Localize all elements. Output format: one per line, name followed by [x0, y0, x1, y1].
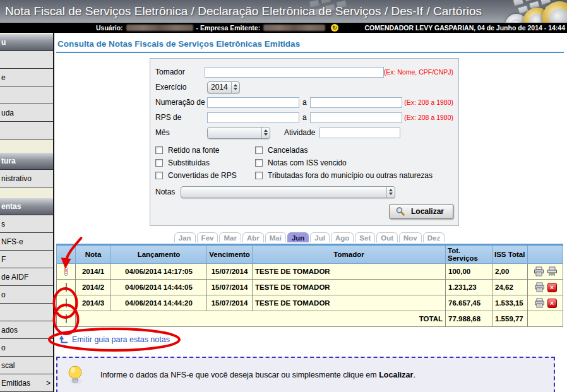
cancel-icon[interactable]: ×	[547, 283, 557, 292]
sidebar-item[interactable]	[0, 304, 53, 321]
user-name-redacted	[126, 25, 193, 31]
table-row: 2014/2 04/06/2014 14:44:05 15/07/2014 TE…	[57, 280, 563, 295]
tomador-input[interactable]	[205, 67, 383, 78]
tab-set[interactable]: Set	[355, 232, 375, 242]
sidebar-item[interactable]: o	[0, 286, 53, 304]
main-content: Consulta de Notas Fiscais de Serviços El…	[54, 33, 567, 392]
retido-label: Retido na fonte	[168, 146, 219, 155]
nota-cell: 2014/1	[76, 264, 111, 280]
sidebar-item[interactable]	[0, 51, 53, 69]
canceladas-label: Canceladas	[268, 146, 307, 155]
tab-nov[interactable]: Nov	[399, 232, 422, 242]
total-iss: 1.559,77	[492, 311, 528, 327]
sidebar-item[interactable]: ados	[0, 321, 53, 339]
localizar-button[interactable]: Localizar	[389, 204, 453, 219]
tot-servicos-cell: 76.657,45	[446, 295, 492, 311]
rps-to-input[interactable]	[310, 112, 402, 123]
sidebar-section-ferramentas: entas	[0, 198, 53, 215]
sidebar-item-fiscal[interactable]: scal	[0, 357, 53, 374]
sidebar-item[interactable]	[0, 86, 53, 104]
rps-from-input[interactable]	[207, 112, 299, 123]
tab-dez[interactable]: Dez	[423, 232, 445, 242]
stepper-icon	[261, 128, 270, 138]
retido-checkbox[interactable]	[155, 146, 163, 154]
canceladas-checkbox[interactable]	[255, 146, 263, 154]
lancamento-cell: 04/06/2014 14:44:05	[111, 280, 207, 295]
nota-cell: 2014/3	[76, 295, 111, 311]
stepper-icon	[231, 82, 239, 93]
lancamento-cell: 04/06/2014 14:44:20	[111, 295, 207, 311]
notes-table: Nota Lançamento Vencimento Tomador Tot. …	[56, 244, 563, 327]
sidebar-item-administrativo[interactable]: nistrativo	[0, 170, 53, 187]
range-separator: a	[302, 98, 307, 107]
print-icon[interactable]	[534, 282, 545, 292]
row-checkbox[interactable]	[66, 283, 67, 292]
total-label: TOTAL	[76, 311, 446, 327]
sidebar-item-emitidas[interactable]: Emitidas >	[0, 374, 53, 392]
vencimento-cell: 15/07/2014	[207, 264, 253, 280]
tab-mar[interactable]: Mar	[219, 232, 241, 242]
sidebar-item[interactable]: e	[0, 69, 53, 86]
sidebar-section-prefeitura: tura	[0, 153, 53, 170]
convertidas-label: Convertidas de RPS	[168, 171, 237, 180]
select-column-header	[57, 245, 76, 264]
sidebar-item[interactable]: s	[0, 215, 53, 233]
select-all-checkbox[interactable]	[66, 314, 67, 323]
nota-header: Nota	[76, 245, 111, 264]
atividade-label: Atividade	[284, 128, 319, 137]
tab-jun-active[interactable]: Jun	[287, 232, 309, 242]
sidebar-item-aidf[interactable]: de AIDF	[0, 268, 53, 286]
tomador-cell: TESTE DE TOMADOR	[253, 264, 446, 280]
row-checkbox[interactable]	[66, 299, 67, 307]
submenu-arrow-icon: >	[46, 379, 51, 388]
sidebar-item[interactable]: o	[0, 339, 53, 357]
numeracao-from-input[interactable]	[207, 97, 299, 108]
company-name-redacted	[263, 25, 325, 31]
cancel-icon[interactable]: ×	[547, 299, 557, 308]
tributadas-fora-checkbox[interactable]	[255, 172, 263, 179]
numeracao-to-input[interactable]	[310, 97, 402, 108]
tab-mai[interactable]: Mai	[265, 232, 286, 242]
notas-select[interactable]	[181, 186, 395, 198]
print-icon[interactable]	[534, 298, 545, 308]
info-text: Informe o dados da NFS-e que você deseja…	[100, 371, 415, 379]
atividade-input[interactable]	[319, 128, 400, 138]
tab-abr[interactable]: Abr	[242, 232, 264, 242]
shred-icon[interactable]	[547, 266, 558, 276]
switch-company-icon[interactable]: ↻	[331, 24, 338, 32]
total-tot-servicos: 77.988,68	[446, 311, 492, 327]
tributadas-fora-label: Tributadas fora do município ou outras n…	[268, 171, 433, 180]
sidebar-section-menu: u	[0, 34, 53, 51]
print-icon[interactable]	[534, 266, 544, 276]
sidebar-item-nfse[interactable]: NFS-e	[0, 233, 53, 251]
sidebar-item[interactable]: F	[0, 251, 53, 268]
nota-cell: 2014/2	[76, 280, 111, 295]
lightbulb-icon	[66, 365, 85, 385]
notas-label: Notas	[155, 187, 181, 196]
tab-fev[interactable]: Fev	[197, 232, 218, 242]
actions-column-header	[528, 245, 563, 264]
tab-jan[interactable]: Jan	[174, 232, 196, 242]
exercicio-select[interactable]: 2014	[207, 81, 240, 93]
user-bar: Usuário: - Empresa Emitente: ↻ COMENDADO…	[0, 23, 567, 33]
tot-servicos-cell: 1.231,23	[446, 280, 492, 295]
page-title: Consulta de Notas Fiscais de Serviços El…	[56, 39, 564, 53]
tot-servicos-header: Tot. Serviços	[446, 245, 492, 264]
convertidas-checkbox[interactable]	[155, 172, 163, 179]
emit-guia-link[interactable]: Emitir guia para estas notas	[59, 335, 170, 344]
tomador-label: Tomador	[155, 68, 205, 76]
rps-hint: (Ex: 208 a 1980)	[404, 114, 453, 121]
substituidas-checkbox[interactable]	[155, 159, 163, 167]
tab-ago[interactable]: Ago	[331, 232, 354, 242]
vencimento-cell: 15/07/2014	[207, 280, 253, 295]
tomador-header: Tomador	[253, 245, 446, 264]
iss-total-header: ISS Total	[492, 245, 528, 264]
sidebar-item[interactable]	[0, 122, 53, 140]
tab-out[interactable]: Out	[376, 232, 398, 242]
tab-jul[interactable]: Jul	[310, 232, 330, 242]
sidebar-item-ajuda[interactable]: uda	[0, 104, 53, 122]
mes-select[interactable]	[207, 127, 270, 139]
numeracao-hint: (Ex: 208 a 1980)	[404, 98, 453, 106]
iss-vencido-checkbox[interactable]	[255, 159, 263, 167]
iss-total-cell: 2,00	[492, 264, 528, 280]
